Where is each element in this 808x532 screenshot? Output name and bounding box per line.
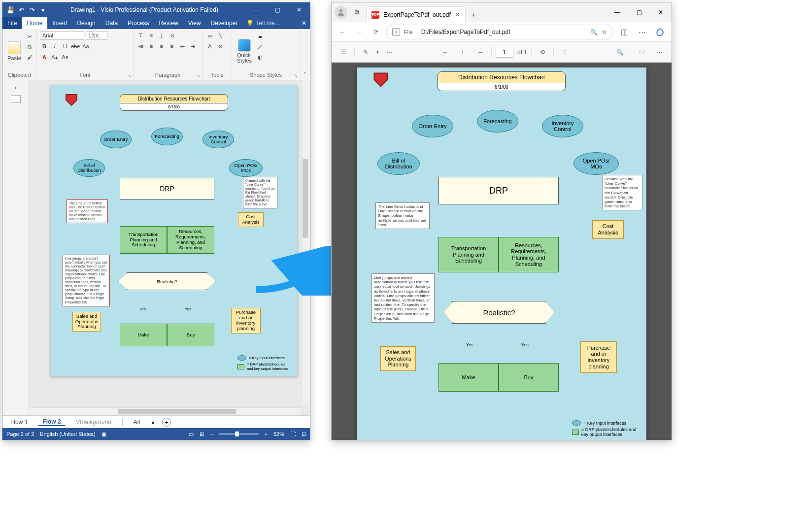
rotate-icon[interactable]: ⟲ — [536, 45, 549, 59]
shrink-font-icon[interactable]: A▾ — [61, 53, 69, 62]
workspaces-icon[interactable]: ⧉ — [350, 9, 363, 16]
indent-inc-icon[interactable]: ⇥ — [188, 42, 197, 51]
font-color-icon[interactable]: A — [40, 53, 49, 62]
edge-minimize-button[interactable]: — — [606, 2, 628, 22]
vertical-scrollbar[interactable] — [301, 80, 309, 404]
more-tools-icon[interactable]: ⋯ — [383, 45, 397, 59]
status-language[interactable]: English (United States) — [40, 431, 96, 437]
page-number-input[interactable] — [496, 47, 513, 58]
paragraph-launcher-icon[interactable]: ↘ — [195, 73, 201, 79]
node-trans[interactable]: Transportation Planning and Scheduling — [120, 226, 167, 254]
browser-tab[interactable]: PDF ExportPageToPdf_out.pdf ✕ — [366, 6, 466, 22]
zoom-indicator-icon[interactable]: 🔍 — [590, 29, 598, 35]
node-inventory[interactable]: Inventory Control — [202, 131, 234, 148]
node-res[interactable]: Resources, Requirements, Planning, and S… — [167, 226, 214, 254]
undo-icon[interactable]: ↶ — [17, 6, 25, 14]
align-middle-icon[interactable]: ≡ — [147, 31, 156, 40]
pdf-more-icon[interactable]: ⋯ — [653, 45, 667, 59]
node-pos[interactable]: Open POs/ MOs — [229, 159, 263, 177]
fit-page-icon[interactable]: ⊞ — [200, 431, 204, 437]
ribbon-close-icon[interactable]: ✕ — [298, 17, 310, 29]
tab-close-icon[interactable]: ✕ — [455, 11, 460, 18]
find-icon[interactable]: 🔍 — [613, 45, 627, 59]
node-make[interactable]: Make — [120, 324, 167, 346]
node-sop[interactable]: Sales and Operations Planning — [72, 312, 101, 332]
pdf-viewport[interactable]: Distribution Resources Flowchart 6/1/00 … — [332, 63, 672, 440]
fill-icon[interactable]: ▰ — [256, 32, 265, 41]
page-tab-vbackground[interactable]: VBackground — [72, 419, 115, 426]
page-tab-flow2[interactable]: Flow 2 — [38, 418, 65, 426]
connector-tool-icon[interactable]: ╲ — [216, 31, 225, 40]
page-view-icon[interactable]: ▯ — [558, 45, 572, 59]
paste-button[interactable]: Paste — [5, 31, 23, 71]
zoom-out-icon[interactable]: − — [210, 431, 213, 437]
presentation-mode-icon[interactable]: ▭ — [189, 431, 194, 437]
node-cost[interactable]: Cost Analysis — [238, 212, 264, 227]
tab-insert[interactable]: Insert — [47, 17, 72, 29]
horizontal-scrollbar[interactable] — [29, 407, 301, 415]
back-button[interactable]: ← — [336, 25, 349, 39]
forward-button[interactable]: → — [352, 25, 366, 39]
edge-maximize-button[interactable]: ▢ — [628, 2, 650, 22]
address-bar[interactable]: i File D:/Files/ExportPageToPdf_out.pdf … — [386, 25, 613, 39]
shapes-expand-icon[interactable]: › — [15, 84, 17, 91]
favorite-icon[interactable]: ☆ — [602, 29, 607, 35]
draw-icon[interactable]: ✎ — [359, 45, 372, 59]
tab-process[interactable]: Process — [123, 17, 154, 29]
copilot-icon[interactable] — [652, 25, 668, 39]
node-order-entry[interactable]: Order Entry — [100, 131, 132, 148]
page-tab-flow1[interactable]: Flow 1 — [6, 419, 32, 426]
orientation-icon[interactable]: ⤭ — [168, 31, 176, 40]
tab-view[interactable]: View — [183, 17, 206, 29]
redo-icon[interactable]: ↷ — [28, 6, 36, 14]
tab-review[interactable]: Review — [154, 17, 183, 29]
zoom-in-icon[interactable]: + — [265, 431, 268, 437]
align-right-icon[interactable]: ≡ — [168, 42, 176, 51]
text-tool-icon[interactable]: A — [205, 42, 214, 51]
maximize-button[interactable]: ▢ — [267, 2, 288, 17]
connection-point-icon[interactable]: ✕ — [216, 42, 225, 51]
shape-styles-launcher-icon[interactable]: ↘ — [293, 73, 299, 79]
settings-menu-icon[interactable]: ⋯ — [634, 25, 650, 39]
site-info-icon[interactable]: i — [392, 28, 400, 36]
save-icon[interactable]: 💾 — [6, 6, 14, 14]
align-center-icon[interactable]: ≡ — [157, 42, 166, 51]
shapes-pane[interactable]: › — [2, 80, 29, 415]
split-screen-icon[interactable]: ◫ — [616, 25, 632, 39]
add-page-button[interactable]: + — [162, 418, 171, 427]
pan-zoom-icon[interactable]: ⊡ — [302, 431, 306, 437]
canvas[interactable]: Distribution Resources Flowchart 6/1/00 … — [29, 80, 310, 415]
underline-icon[interactable]: U — [61, 42, 69, 51]
node-drp[interactable]: DRP — [120, 178, 214, 200]
tab-home[interactable]: Home — [22, 17, 47, 29]
contents-icon[interactable]: ☰ — [337, 45, 350, 59]
drawing-page[interactable]: Distribution Resources Flowchart 6/1/00 … — [51, 85, 297, 376]
minimize-button[interactable]: — — [245, 2, 267, 17]
copy-icon[interactable]: ⧉ — [25, 42, 34, 51]
new-tab-button[interactable]: + — [467, 8, 480, 22]
fit-window-icon[interactable]: ⛶ — [290, 431, 296, 437]
quick-styles-button[interactable]: Quick Styles — [235, 31, 254, 71]
pointer-tool-icon[interactable]: ▭ — [205, 31, 214, 40]
collapse-ribbon-icon[interactable]: ˄ — [300, 29, 310, 80]
format-painter-icon[interactable]: 🖌 — [25, 53, 34, 62]
node-purch[interactable]: Purchase and or inventory planning — [231, 308, 261, 333]
node-realistic[interactable]: Realistic? — [127, 272, 207, 290]
scrollbar-thumb[interactable] — [303, 159, 308, 238]
close-button[interactable]: ✕ — [288, 2, 310, 17]
zoom-level[interactable]: 52% — [273, 431, 284, 437]
cut-icon[interactable]: ✂ — [25, 32, 34, 41]
scrollbar-thumb[interactable] — [118, 409, 236, 414]
refresh-button[interactable]: ⟳ — [369, 25, 383, 39]
page-tab-dropdown-icon[interactable]: ▲ — [151, 420, 155, 425]
save-pdf-icon[interactable]: 🖫 — [635, 45, 649, 59]
tab-file[interactable]: File — [2, 17, 22, 29]
tell-me[interactable]: 💡Tell me... — [242, 17, 298, 29]
effects-icon[interactable]: ◐ — [256, 53, 265, 62]
shapes-toggle-icon[interactable] — [11, 95, 21, 103]
macro-record-icon[interactable]: ▣ — [101, 431, 106, 437]
font-size-select[interactable]: 12pt. — [86, 31, 107, 40]
tab-data[interactable]: Data — [101, 17, 123, 29]
font-launcher-icon[interactable]: ↘ — [126, 73, 132, 79]
align-left-icon[interactable]: ≡ — [147, 42, 156, 51]
